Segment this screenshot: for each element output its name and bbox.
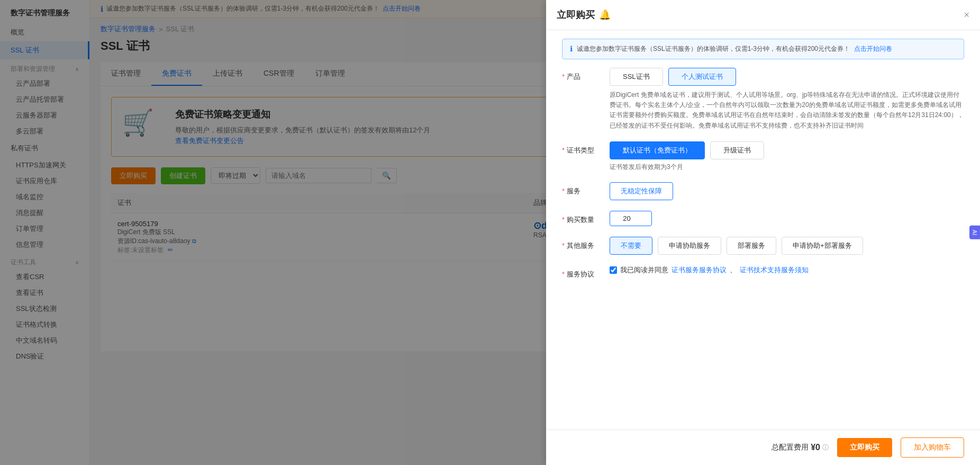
agreement-content: 我已阅读并同意 证书服务服务协议 、 证书技术支持服务须知 (610, 265, 964, 275)
agreement-link-1[interactable]: 证书服务服务协议 (672, 265, 727, 275)
cert-type-upgrade-btn[interactable]: 升级证书 (710, 141, 764, 159)
drawer-cart-btn[interactable]: 加入购物车 (901, 437, 964, 458)
product-buttons: SSL证书 个人测试证书 (610, 68, 964, 86)
other-service-assist-btn[interactable]: 申请协助服务 (658, 237, 721, 255)
form-row-other-service: * 其他服务 不需要 申请协助服务 部署服务 申请协助+部署服务 (562, 237, 964, 255)
form-row-cert-type: * 证书类型 默认证书（免费证书） 升级证书 证书签发后有效期为3个月 (562, 141, 964, 172)
drawer-body: ℹ 诚邀您参加数字证书服务（SSL证书服务）的体验调研，仅需1-3分钟，有机会获… (546, 30, 980, 430)
other-service-deploy-btn[interactable]: 部署服务 (727, 237, 776, 255)
other-service-none-btn[interactable]: 不需要 (610, 237, 652, 255)
product-label: * 产品 (562, 68, 610, 82)
other-service-buttons: 不需要 申请协助服务 部署服务 申请协助+部署服务 (610, 237, 964, 255)
other-service-label: * 其他服务 (562, 237, 610, 251)
service-no-guarantee-btn[interactable]: 无稳定性保障 (610, 182, 673, 200)
quantity-label: * 购买数量 (562, 211, 610, 225)
total-price-area: 总配置费用 ¥0 ⓘ (772, 443, 829, 452)
price-info-icon[interactable]: ⓘ (822, 443, 829, 452)
service-content: 无稳定性保障 (610, 182, 964, 200)
form-row-product: * 产品 SSL证书 个人测试证书 原DigiCert 免费单域名证书，建议用于… (562, 68, 964, 131)
agreement-sep: 、 (730, 265, 737, 275)
drawer-notice-text: 诚邀您参加数字证书服务（SSL证书服务）的体验调研，仅需1-3分钟，有机会获得2… (577, 44, 850, 53)
cert-type-default-btn[interactable]: 默认证书（免费证书） (610, 141, 705, 159)
form-row-service: * 服务 无稳定性保障 (562, 182, 964, 200)
cert-type-note: 证书签发后有效期为3个月 (610, 163, 964, 172)
cert-type-label: * 证书类型 (562, 141, 610, 155)
drawer-close-btn[interactable]: × (964, 10, 969, 21)
ai-badge[interactable]: AI (969, 226, 980, 239)
cert-type-content: 默认证书（免费证书） 升级证书 证书签发后有效期为3个月 (610, 141, 964, 172)
agreement-row: 我已阅读并同意 证书服务服务协议 、 证书技术支持服务须知 (610, 265, 964, 275)
product-content: SSL证书 个人测试证书 原DigiCert 免费单域名证书，建议用于测试、个人… (610, 68, 964, 131)
drawer-buy-btn[interactable]: 立即购买 (837, 438, 892, 457)
drawer-notice-link[interactable]: 点击开始问卷 (854, 44, 892, 53)
quantity-input[interactable] (610, 211, 652, 226)
agreement-checkbox[interactable] (610, 266, 617, 274)
quantity-content (610, 211, 964, 226)
purchase-drawer: 立即购买 🔔 × ℹ 诚邀您参加数字证书服务（SSL证书服务）的体验调研，仅需1… (546, 0, 980, 465)
drawer-title: 立即购买 🔔 (557, 8, 611, 21)
drawer-notice: ℹ 诚邀您参加数字证书服务（SSL证书服务）的体验调研，仅需1-3分钟，有机会获… (562, 39, 964, 59)
agreement-label: * 服务协议 (562, 265, 610, 279)
cert-type-buttons: 默认证书（免费证书） 升级证书 (610, 141, 964, 159)
drawer-notice-icon: ℹ (570, 44, 573, 53)
drawer-header: 立即购买 🔔 × (546, 0, 980, 30)
other-service-content: 不需要 申请协助服务 部署服务 申请协助+部署服务 (610, 237, 964, 255)
form-row-quantity: * 购买数量 (562, 211, 964, 226)
product-ssl-btn[interactable]: SSL证书 (610, 68, 663, 86)
total-price-value: ¥0 (811, 443, 820, 452)
drawer-footer: 总配置费用 ¥0 ⓘ 立即购买 加入购物车 (546, 430, 980, 465)
service-label: * 服务 (562, 182, 610, 196)
product-personal-btn[interactable]: 个人测试证书 (668, 68, 736, 86)
other-service-both-btn[interactable]: 申请协助+部署服务 (782, 237, 863, 255)
total-label: 总配置费用 (772, 443, 809, 452)
form-row-agreement: * 服务协议 我已阅读并同意 证书服务服务协议 、 证书技术支持服务须知 (562, 265, 964, 279)
drawer-title-icon: 🔔 (599, 9, 611, 21)
product-note: 原DigiCert 免费单域名证书，建议用于测试、个人试用等场景。org、jp等… (610, 90, 964, 131)
agreement-text: 我已阅读并同意 (620, 265, 668, 275)
agreement-link-2[interactable]: 证书技术支持服务须知 (740, 265, 809, 275)
